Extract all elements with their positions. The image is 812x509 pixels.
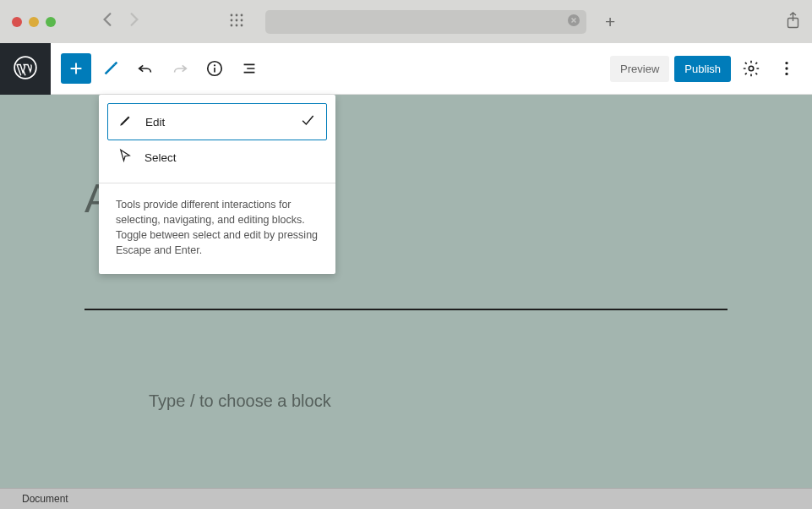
new-tab-button[interactable]: +: [605, 12, 615, 32]
svg-point-7: [236, 24, 238, 26]
add-block-button[interactable]: [61, 53, 91, 84]
svg-point-8: [241, 24, 243, 26]
cursor-icon: [117, 148, 133, 167]
tools-dropdown: Edit Select Tools provide different inte…: [99, 95, 335, 274]
separator-block[interactable]: [84, 309, 728, 310]
svg-point-5: [241, 19, 243, 21]
info-button[interactable]: [199, 53, 230, 84]
tools-button[interactable]: [95, 53, 126, 84]
tool-option-select[interactable]: Select: [107, 140, 327, 174]
forward-button[interactable]: [123, 9, 145, 34]
svg-point-1: [236, 14, 238, 16]
svg-point-0: [231, 14, 233, 16]
wp-admin-bar[interactable]: [0, 43, 51, 95]
back-button[interactable]: [96, 9, 118, 34]
pencil-icon: [118, 112, 134, 131]
svg-point-14: [749, 66, 754, 71]
svg-point-2: [241, 14, 243, 16]
tool-option-edit[interactable]: Edit: [107, 103, 327, 140]
clear-url-icon[interactable]: [568, 14, 580, 29]
editor-toolbar: Preview Publish: [51, 43, 812, 95]
svg-point-15: [785, 62, 787, 64]
publish-button[interactable]: Publish: [674, 56, 731, 82]
window-controls: [12, 17, 56, 27]
preview-button[interactable]: Preview: [610, 56, 669, 82]
block-appender-placeholder[interactable]: Type / to choose a block: [149, 391, 331, 411]
share-icon[interactable]: [786, 12, 800, 32]
svg-point-13: [214, 64, 215, 66]
close-window-button[interactable]: [12, 17, 22, 27]
apps-grid-icon[interactable]: [230, 14, 243, 30]
redo-button[interactable]: [165, 53, 195, 84]
svg-point-6: [231, 24, 233, 26]
checkmark-icon: [299, 112, 316, 132]
tool-description: Tools provide different interactions for…: [99, 183, 335, 274]
settings-button[interactable]: [736, 53, 766, 84]
svg-point-3: [231, 19, 233, 21]
maximize-window-button[interactable]: [46, 17, 56, 27]
tool-option-select-label: Select: [144, 151, 177, 164]
footer-breadcrumb-bar: Document: [0, 488, 812, 509]
tool-option-edit-label: Edit: [145, 116, 165, 129]
undo-button[interactable]: [130, 53, 161, 84]
svg-point-4: [236, 19, 238, 21]
footer-breadcrumb[interactable]: Document: [22, 493, 68, 505]
url-bar[interactable]: [265, 10, 586, 34]
svg-point-16: [785, 67, 787, 69]
browser-nav: [96, 9, 145, 34]
wordpress-logo-icon: [14, 56, 37, 83]
minimize-window-button[interactable]: [29, 17, 39, 27]
more-options-button[interactable]: [771, 53, 802, 84]
list-view-button[interactable]: [234, 53, 264, 84]
svg-point-17: [785, 73, 787, 75]
browser-chrome: +: [0, 0, 812, 43]
